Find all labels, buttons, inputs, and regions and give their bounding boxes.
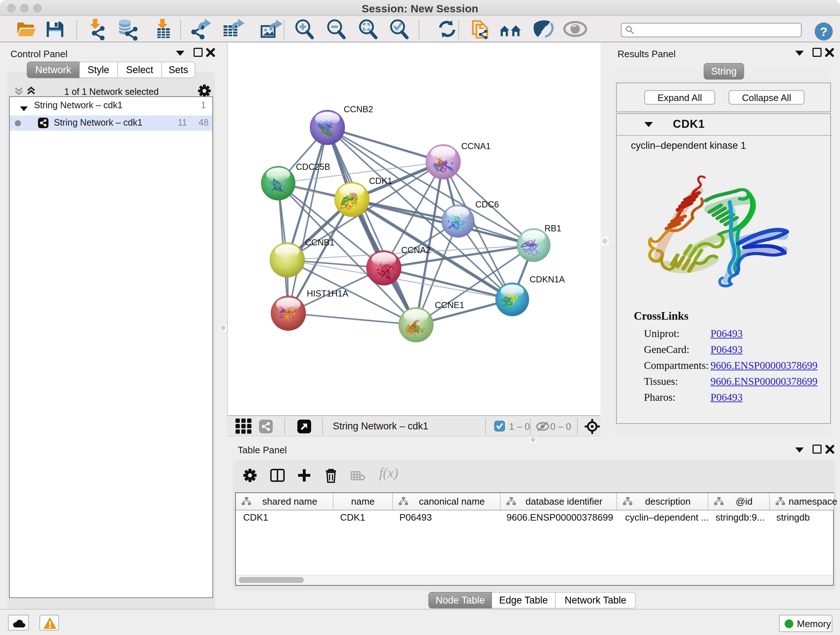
svg-text:CCNA2: CCNA2 [401,245,431,255]
svg-text:CDKN1A: CDKN1A [530,274,565,284]
svg-text:CDK1: CDK1 [369,176,392,186]
svg-text:CCNA1: CCNA1 [461,141,491,151]
svg-text:CCNB1: CCNB1 [305,238,334,247]
svg-text:HIST1H1A: HIST1H1A [307,288,348,298]
svg-text:CDC25B: CDC25B [296,162,330,172]
svg-text:CCNB2: CCNB2 [344,104,373,114]
svg-text:RB1: RB1 [545,223,561,233]
svg-text:CCNE1: CCNE1 [435,300,464,310]
svg-text:CDC6: CDC6 [475,200,499,209]
svg-text:?: ? [820,25,828,38]
